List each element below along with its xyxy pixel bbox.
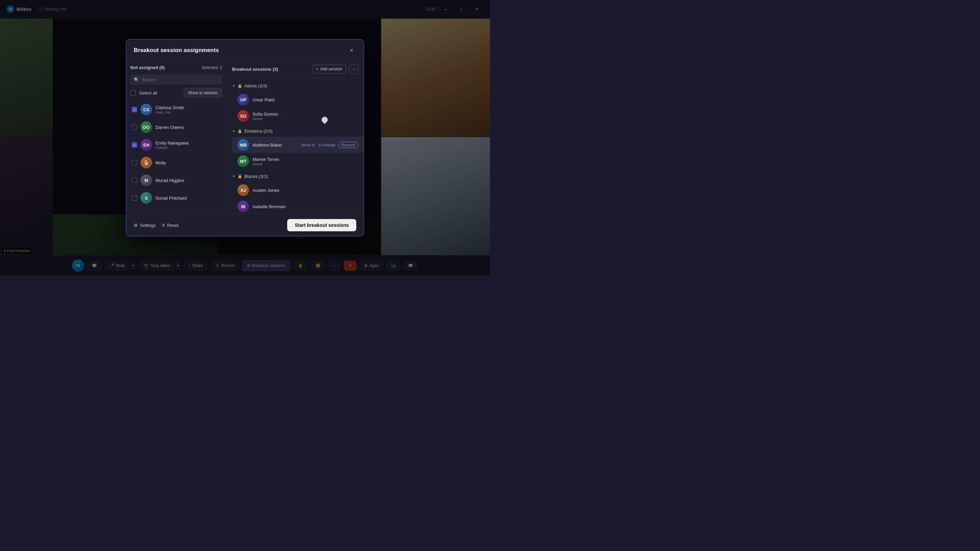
reset-icon: ↺ [161, 223, 165, 228]
avatar: MT [237, 156, 249, 167]
session-group-einsteins: ▼ 🔒 Einsteins (2/3) MB Matthew Baker [227, 126, 364, 170]
modal-overlay: Breakout session assignments × Not assig… [0, 0, 490, 275]
session-list-item[interactable]: MT Marise Torres Guest [232, 153, 364, 169]
settings-icon: ⚙ [134, 223, 138, 228]
plus-icon: + [316, 67, 318, 71]
session-list-item[interactable]: IB Isabelle Brennan [232, 198, 364, 214]
person-checkbox[interactable] [132, 160, 137, 165]
sessions-more-button[interactable]: ··· [349, 64, 358, 74]
person-info: Matthew Baker [253, 143, 297, 148]
not-assigned-header: Not assigned (6) Selected: 2 [130, 65, 222, 70]
list-item[interactable]: ✓ CS Clarissa Smith Host, me [130, 101, 222, 118]
session-header-astros[interactable]: ▼ 🔒 Astros (2/3) [227, 81, 364, 91]
chevron-down-icon: ▼ [232, 129, 235, 133]
person-info: Marise Torres Guest [253, 157, 279, 166]
search-input[interactable] [142, 77, 219, 82]
breakout-sessions-header: Breakout sessions (3) + Add session ··· [227, 60, 364, 78]
select-all-label: Select all [139, 91, 180, 95]
list-item[interactable]: ✓ EN Emily Nakagawa Cohost [130, 137, 222, 153]
person-checkbox[interactable]: ✓ [132, 142, 137, 148]
breakout-sessions-panel: Breakout sessions (3) + Add session ··· [227, 60, 364, 214]
avatar: IB [237, 201, 249, 212]
footer-left: ⚙ Settings ↺ Reset [134, 223, 179, 228]
avatar: AJ [237, 184, 249, 196]
reset-button[interactable]: ↺ Reset [161, 223, 179, 228]
modal-footer: ⚙ Settings ↺ Reset Start breakout sessio… [126, 214, 364, 236]
session-list-item[interactable]: AJ Austen Jones [232, 182, 364, 198]
list-item[interactable]: M Murad Higgins [130, 172, 222, 189]
select-all-checkbox[interactable] [130, 90, 136, 95]
session-group-astros: ▼ 🔒 Astros (2/3) UP Umar Patel [227, 81, 364, 125]
avatar: S [140, 192, 152, 204]
search-box: 🔍 [130, 75, 222, 85]
session-header-einsteins[interactable]: ▼ 🔒 Einsteins (2/3) [227, 126, 364, 136]
avatar: UP [237, 94, 249, 105]
avatar: DO [140, 121, 152, 133]
breakout-sessions-title: Breakout sessions (3) [232, 67, 278, 72]
avatar: MB [237, 139, 249, 151]
lock-icon: 🔒 [237, 129, 242, 133]
list-item[interactable]: DO Darren Owens [130, 119, 222, 136]
move-to-button[interactable]: Move to [300, 142, 316, 148]
avatar: 🐕 [140, 157, 152, 168]
settings-label: Settings [140, 223, 156, 228]
session-list-item[interactable]: UP Umar Patel [232, 92, 364, 108]
start-breakout-button[interactable]: Start breakout sessions [287, 219, 356, 231]
selected-count: Selected: 2 [202, 65, 222, 70]
person-checkbox[interactable] [132, 195, 137, 201]
person-info: Sonali Pritchard [156, 195, 221, 201]
breakout-modal: Breakout session assignments × Not assig… [126, 39, 364, 237]
person-checkbox[interactable] [132, 124, 137, 130]
session-list-item[interactable]: MB Matthew Baker Move to Exchange Remove [232, 137, 364, 153]
modal-close-button[interactable]: × [347, 46, 356, 55]
chevron-down-icon: ▼ [232, 175, 235, 178]
person-info: Emily Nakagawa Cohost [156, 140, 221, 150]
person-info: Murad Higgins [156, 178, 221, 183]
chevron-down-icon: ▼ [232, 84, 235, 88]
person-info: Darren Owens [156, 125, 221, 130]
person-checkbox[interactable] [132, 178, 137, 183]
exchange-button[interactable]: Exchange [318, 142, 337, 148]
sessions-list: ▼ 🔒 Astros (2/3) UP Umar Patel [227, 78, 364, 214]
not-assigned-list: ✓ CS Clarissa Smith Host, me DO Dar [130, 101, 222, 209]
person-info: Molly [156, 160, 221, 165]
not-assigned-title: Not assigned (6) [130, 65, 165, 70]
avatar: SG [237, 110, 249, 122]
session-header-blazes[interactable]: ▼ 🔒 Blazes (3/3) [227, 171, 364, 181]
session-members-astros: UP Umar Patel SG Sofia Gomez Guest [227, 91, 364, 125]
remove-button[interactable]: Remove [338, 142, 358, 148]
add-session-button[interactable]: + Add session [312, 65, 346, 73]
modal-body: Not assigned (6) Selected: 2 🔍 Select al… [126, 60, 364, 214]
modal-header: Breakout session assignments × [126, 40, 364, 60]
header-actions: + Add session ··· [312, 64, 358, 74]
move-to-session-button[interactable]: Move to session [184, 88, 222, 98]
list-item[interactable]: 🐕 Molly [130, 154, 222, 171]
reset-label: Reset [167, 223, 179, 228]
person-info: Umar Patel [253, 97, 275, 102]
search-icon: 🔍 [134, 77, 139, 82]
avatar: M [140, 175, 152, 186]
lock-icon: 🔒 [237, 174, 242, 179]
session-group-blazes: ▼ 🔒 Blazes (3/3) AJ Austen Jones [227, 171, 364, 214]
person-actions: Move to Exchange Remove [300, 142, 358, 148]
person-info: Clarissa Smith Host, me [156, 105, 221, 114]
person-checkbox[interactable]: ✓ [132, 107, 137, 112]
lock-icon: 🔒 [237, 84, 242, 88]
settings-button[interactable]: ⚙ Settings [134, 223, 156, 228]
person-info: Isabelle Brennan [253, 204, 286, 209]
person-info: Sofia Gomez Guest [253, 111, 278, 121]
session-members-blazes: AJ Austen Jones IB Isabelle Brennan [227, 181, 364, 214]
not-assigned-panel: Not assigned (6) Selected: 2 🔍 Select al… [126, 60, 227, 214]
select-all-row: Select all Move to session [130, 88, 222, 98]
session-members-einsteins: MB Matthew Baker Move to Exchange Remove [227, 136, 364, 170]
avatar: CS [140, 104, 152, 115]
session-list-item[interactable]: SG Sofia Gomez Guest [232, 108, 364, 124]
person-info: Austen Jones [253, 188, 279, 193]
modal-title: Breakout session assignments [134, 47, 219, 54]
list-item[interactable]: S Sonali Pritchard [130, 189, 222, 206]
avatar: EN [140, 139, 152, 151]
